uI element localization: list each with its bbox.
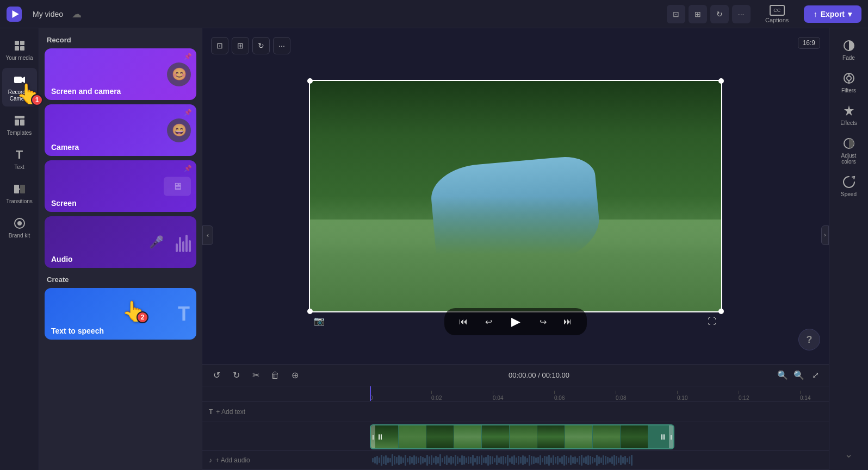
right-sidebar-more[interactable]: ⌄ xyxy=(845,448,853,465)
wave-bar xyxy=(605,456,606,465)
transitions-icon xyxy=(12,181,27,197)
ruler-mark-14: 0:14 xyxy=(800,391,829,401)
audio-decoration xyxy=(176,233,191,252)
wave-bar xyxy=(392,454,393,466)
text-track-icon: T xyxy=(209,408,213,416)
video-clip[interactable]: ‖ xyxy=(370,424,674,449)
redo-btn[interactable]: ↻ xyxy=(228,368,244,383)
fullscreen-btn[interactable]: ⛶ xyxy=(704,314,720,330)
rewind-btn[interactable]: ↩ xyxy=(480,314,497,330)
clip-thumb-2 xyxy=(399,425,426,448)
right-collapse-arrow[interactable]: › xyxy=(821,225,829,245)
wave-bar xyxy=(431,455,432,465)
text-label: Text xyxy=(14,164,24,171)
duplicate-btn[interactable]: ⊕ xyxy=(287,368,302,383)
forward-btn[interactable]: ↪ xyxy=(535,314,551,330)
captions-button[interactable]: CC Captions xyxy=(764,5,791,23)
fit-video-btn[interactable]: ⊞ xyxy=(232,37,249,54)
clip-thumb-10 xyxy=(621,425,648,448)
play-button[interactable]: ▶ xyxy=(505,311,526,332)
wave-bar xyxy=(624,456,626,465)
sidebar-item-brand[interactable]: Brand kit xyxy=(2,211,37,243)
screen-camera-label: Screen and camera xyxy=(45,83,127,100)
wave-bar xyxy=(381,455,382,466)
wave-bar xyxy=(376,456,378,465)
undo-btn[interactable]: ↺ xyxy=(209,368,224,383)
wave-bar xyxy=(452,457,454,463)
rotate-tool-btn[interactable]: ↻ xyxy=(710,5,729,23)
wave-bar xyxy=(402,458,404,463)
wave-bar xyxy=(500,456,502,464)
more-tool-btn[interactable]: ··· xyxy=(732,5,751,23)
clip-handle-right[interactable]: ‖ xyxy=(669,425,673,448)
wave-bar xyxy=(474,458,476,462)
video-track-content: ‖ xyxy=(370,422,829,450)
wave-bar xyxy=(529,455,530,466)
sidebar-item-your-media[interactable]: Your media xyxy=(2,34,37,66)
timeline-area: ↺ ↻ ✂ 🗑 ⊕ 00:00.00 / 00:10.00 🔍 🔍 ⤢ xyxy=(202,364,829,470)
captions-label: Captions xyxy=(765,17,789,23)
tts-card[interactable]: T Text to speech xyxy=(45,288,196,340)
camera-overlay-btn[interactable]: 📷 xyxy=(311,312,327,329)
your-media-icon xyxy=(12,38,27,53)
fit-tool-btn[interactable]: ⊞ xyxy=(689,5,707,23)
wave-bar xyxy=(463,456,465,465)
wave-bar xyxy=(411,457,413,463)
add-audio-btn[interactable]: + Add audio xyxy=(215,456,250,464)
skip-forward-btn[interactable]: ⏭ xyxy=(560,314,576,330)
wave-bar xyxy=(511,456,513,464)
delete-btn[interactable]: 🗑 xyxy=(268,368,283,383)
adjust-colors-tool[interactable]: Adjust colors xyxy=(832,131,866,169)
record-icon xyxy=(12,72,27,87)
clip-handle-left[interactable]: ‖ xyxy=(371,425,375,448)
wave-bar xyxy=(483,458,485,463)
wave-bar xyxy=(572,457,574,463)
skip-back-btn[interactable]: ⏮ xyxy=(455,314,472,330)
sidebar-item-text[interactable]: T Text xyxy=(2,143,37,175)
sidebar-item-transitions[interactable]: Transitions xyxy=(2,177,37,209)
crop-video-btn[interactable]: ⊡ xyxy=(211,37,228,54)
clip-pause-icon: ⏸ xyxy=(376,433,384,441)
svg-rect-3 xyxy=(20,41,24,45)
help-button[interactable]: ? xyxy=(798,329,820,350)
zoom-out-btn[interactable]: 🔍 xyxy=(776,368,790,383)
fit-timeline-btn[interactable]: ⤢ xyxy=(808,368,822,383)
more-video-btn[interactable]: ··· xyxy=(273,37,290,54)
adjust-colors-icon xyxy=(841,136,857,151)
wave-bar xyxy=(576,458,578,462)
svg-rect-6 xyxy=(14,77,22,83)
zoom-in-btn[interactable]: 🔍 xyxy=(792,368,806,383)
fade-tool[interactable]: Fade xyxy=(832,34,866,65)
rotate-video-btn[interactable]: ↻ xyxy=(252,37,270,54)
fade-icon xyxy=(841,38,857,53)
screen-camera-card[interactable]: 📌 😊 Screen and camera xyxy=(45,48,196,100)
transitions-label: Transitions xyxy=(6,198,33,205)
crop-tool-btn[interactable]: ⊡ xyxy=(667,5,685,23)
wave-bar xyxy=(372,458,374,462)
export-button[interactable]: ↑ Export ▾ xyxy=(804,5,861,23)
audio-card[interactable]: 🎤 Audio xyxy=(45,216,196,268)
wave-bar xyxy=(531,456,532,465)
filters-tool[interactable]: Filters xyxy=(832,66,866,98)
cut-btn[interactable]: ✂ xyxy=(248,368,263,383)
clip-thumb-6 xyxy=(510,425,537,448)
wave-bar xyxy=(520,457,522,463)
sidebar-item-templates[interactable]: Templates xyxy=(2,109,37,141)
screen-card[interactable]: 📌 🖥 Screen xyxy=(45,160,196,212)
ruler-mark-12: 0:12 xyxy=(739,391,800,401)
effects-tool[interactable]: Effects xyxy=(832,99,866,130)
record-label: Record & Camera xyxy=(5,89,34,102)
wave-bar xyxy=(598,456,600,464)
wave-bar xyxy=(620,455,622,465)
camera-card[interactable]: 📌 😄 Camera xyxy=(45,104,196,156)
collapse-panel-arrow[interactable]: ‹ xyxy=(202,225,213,245)
wave-bar xyxy=(594,458,596,462)
right-sidebar: Fade Filters Effects xyxy=(829,28,868,470)
playhead[interactable] xyxy=(370,386,371,401)
add-text-btn[interactable]: + Add text xyxy=(216,408,245,416)
sidebar-item-record[interactable]: Record & Camera xyxy=(2,68,37,106)
record-section-label: Record xyxy=(39,28,202,48)
ruler-marks: 0 0:02 0:04 0:06 xyxy=(370,386,829,401)
speed-tool[interactable]: Speed xyxy=(832,170,866,202)
ruler-mark-8: 0:08 xyxy=(616,391,677,401)
